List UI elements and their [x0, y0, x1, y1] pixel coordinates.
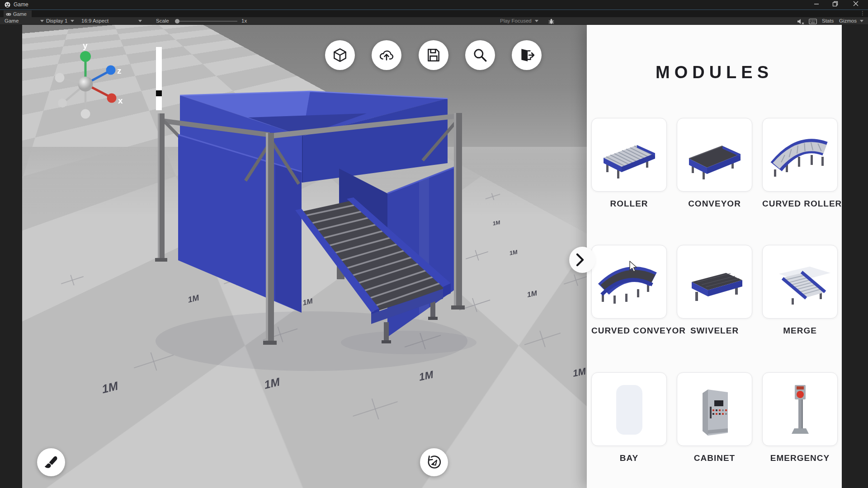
search-icon: [472, 47, 488, 63]
scale-value: 1x: [241, 18, 247, 24]
game-viewport[interactable]: 1M 1M 1M 1M 1M 1M 1M 1M 1M 1M: [22, 25, 846, 488]
dropdown-caret-icon: [138, 20, 142, 22]
play-mode-dropdown[interactable]: Play Focused: [500, 18, 538, 24]
dropdown-caret-icon: [71, 20, 74, 22]
stats-toggle[interactable]: Stats: [822, 18, 834, 24]
floor-1m-label: 1M: [527, 289, 537, 299]
axis-center-ball[interactable]: [78, 77, 93, 92]
window-icon: [4, 1, 11, 8]
module-cabinet-label: CABINET: [677, 453, 752, 463]
scale-slider[interactable]: [175, 21, 237, 22]
axis-x-ball[interactable]: [107, 94, 117, 103]
exit-button[interactable]: [512, 40, 542, 70]
close-button[interactable]: [849, 1, 863, 8]
emergency-stop-thumbnail-icon: [766, 378, 834, 441]
zoom-level-handle[interactable]: [156, 90, 162, 96]
close-icon: [853, 1, 859, 6]
module-bay-card[interactable]: [591, 372, 667, 446]
roller-thumbnail-icon: [595, 123, 663, 187]
module-curved-roller[interactable]: CURVED ROLLER: [762, 118, 838, 209]
module-curved-conveyor[interactable]: CURVED CONVEYOR: [591, 245, 667, 336]
unity-game-window: Game Game ⋮ Game Display 1 16:9 Aspect S…: [0, 0, 868, 488]
debug-bug-icon[interactable]: [548, 18, 554, 25]
floor-1m-label: 1M: [188, 293, 199, 305]
model-button[interactable]: [325, 40, 355, 70]
paintbrush-icon: [43, 455, 59, 470]
axis-y-ball[interactable]: [80, 51, 91, 62]
tab-game[interactable]: Game: [4, 10, 32, 18]
view-dropdown[interactable]: Game: [5, 18, 44, 24]
mute-audio-icon[interactable]: [797, 18, 805, 25]
module-emergency-label: EMERGENCY: [762, 453, 838, 463]
curved-conveyor-thumbnail-icon: [595, 250, 663, 314]
module-curved-roller-card[interactable]: [762, 118, 838, 192]
paint-mode-button[interactable]: [37, 448, 65, 476]
merge-thumbnail-icon: [766, 250, 834, 314]
bay-thumbnail-icon: [595, 378, 663, 441]
module-curved-conveyor-label: CURVED CONVEYOR: [591, 326, 667, 336]
dropdown-caret-icon: [40, 20, 44, 22]
module-conveyor-card[interactable]: [677, 118, 752, 192]
cabinet-thumbnail-icon: [681, 378, 749, 441]
restore-button[interactable]: [828, 1, 842, 8]
cube-icon: [332, 47, 348, 63]
axis-z-label: z: [117, 66, 122, 75]
module-roller-label: ROLLER: [591, 199, 667, 209]
reset-view-button[interactable]: [420, 448, 448, 476]
axis-x-label: x: [118, 96, 123, 105]
modules-panel: MODULES ROLLER: [587, 25, 842, 488]
module-swiveler[interactable]: SWIVELER: [677, 245, 752, 336]
rotate-reset-icon: [426, 454, 442, 470]
gamepad-icon: [6, 12, 11, 16]
module-cabinet[interactable]: CABINET: [677, 372, 752, 463]
zoom-level-bar[interactable]: [156, 47, 162, 110]
module-conveyor-label: CONVEYOR: [677, 199, 752, 209]
module-merge-card[interactable]: [762, 245, 838, 319]
dropdown-caret-icon: [860, 20, 863, 22]
tab-strip: Game ⋮: [0, 9, 868, 17]
axis-z-ball[interactable]: [106, 66, 116, 75]
module-curved-conveyor-card[interactable]: [591, 245, 667, 319]
window-titlebar: Game: [0, 0, 868, 9]
vsync-keyboard-icon[interactable]: [809, 18, 817, 25]
tab-game-label: Game: [13, 11, 27, 17]
save-icon: [425, 47, 442, 63]
restore-icon: [832, 1, 838, 7]
axis-negative-ball[interactable]: [55, 73, 65, 83]
module-bay-label: BAY: [591, 453, 667, 463]
axis-y-label: y: [83, 41, 88, 50]
module-roller-card[interactable]: [591, 118, 667, 192]
aspect-dropdown[interactable]: 16:9 Aspect: [81, 18, 142, 24]
module-cabinet-card[interactable]: [677, 372, 752, 446]
scale-label: Scale: [156, 18, 169, 24]
conveyor-shadow: [341, 331, 476, 354]
save-button[interactable]: [419, 40, 448, 70]
panel-collapse-button[interactable]: [569, 247, 595, 273]
axis-gizmo[interactable]: y z x: [40, 37, 135, 120]
upload-button[interactable]: [372, 40, 401, 70]
module-roller[interactable]: ROLLER: [591, 118, 667, 209]
module-curved-roller-label: CURVED ROLLER: [762, 199, 838, 209]
letterbox-right: [846, 25, 868, 488]
gizmos-toggle[interactable]: Gizmos: [839, 18, 863, 24]
module-emergency-card[interactable]: [762, 372, 838, 446]
axis-negative-ball[interactable]: [81, 109, 90, 119]
minimize-icon: [814, 1, 819, 6]
module-bay[interactable]: BAY: [591, 372, 667, 463]
module-emergency[interactable]: EMERGENCY: [762, 372, 838, 463]
scale-slider-knob[interactable]: [175, 19, 179, 23]
swiveler-thumbnail-icon: [681, 250, 749, 314]
dropdown-caret-icon: [535, 20, 538, 22]
axis-negative-ball[interactable]: [58, 99, 67, 108]
tab-overflow-menu[interactable]: ⋮: [860, 10, 865, 16]
letterbox-left: [0, 25, 22, 488]
floor-1m-label: 1M: [509, 249, 518, 257]
module-merge[interactable]: MERGE: [762, 245, 838, 336]
module-conveyor[interactable]: CONVEYOR: [677, 118, 752, 209]
minimize-button[interactable]: [810, 1, 823, 8]
floor-1m-label: 1M: [493, 219, 500, 227]
display-dropdown[interactable]: Display 1: [46, 18, 74, 24]
search-button[interactable]: [465, 40, 495, 70]
module-swiveler-card[interactable]: [677, 245, 752, 319]
frame-post-left: [155, 113, 181, 262]
